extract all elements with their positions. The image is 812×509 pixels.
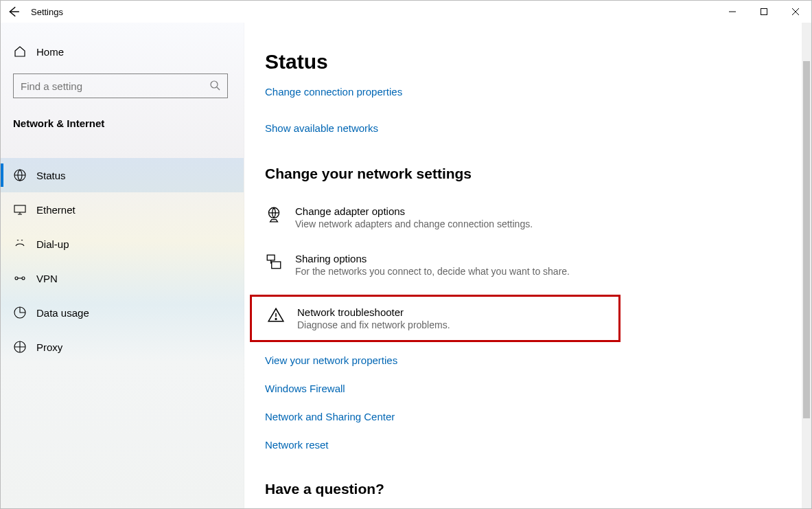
highlight-network-troubleshooter: Network troubleshooter Diagnose and fix … xyxy=(250,295,620,342)
svg-rect-14 xyxy=(272,262,281,269)
svg-rect-13 xyxy=(267,255,275,260)
close-button[interactable] xyxy=(780,1,811,23)
search-icon xyxy=(209,80,220,93)
page-title: Status xyxy=(265,50,791,73)
row-sub: Diagnose and fix network problems. xyxy=(297,319,450,330)
svg-point-16 xyxy=(275,319,277,320)
sharing-icon xyxy=(265,253,283,271)
monitor-icon xyxy=(13,203,27,216)
sidebar-item-proxy[interactable]: Proxy xyxy=(1,330,244,364)
titlebar: Settings xyxy=(1,1,811,23)
sidebar-item-ethernet[interactable]: Ethernet xyxy=(1,192,244,227)
setting-sharing-options[interactable]: Sharing options For the networks you con… xyxy=(265,250,791,280)
warning-icon xyxy=(267,306,285,324)
home-label: Home xyxy=(36,46,64,58)
vpn-icon xyxy=(13,271,27,285)
row-title: Change adapter options xyxy=(295,205,533,217)
back-arrow-icon[interactable] xyxy=(8,5,20,18)
main-content: Status Change connection properties Show… xyxy=(244,23,811,508)
svg-point-9 xyxy=(22,277,25,280)
globe-icon xyxy=(13,168,27,182)
link-windows-firewall[interactable]: Windows Firewall xyxy=(265,383,791,394)
sidebar-item-status[interactable]: Status xyxy=(1,158,244,192)
link-change-connection-properties[interactable]: Change connection properties xyxy=(265,86,791,98)
sidebar-item-label: VPN xyxy=(36,273,58,284)
datausage-icon xyxy=(13,306,27,319)
svg-line-5 xyxy=(217,87,220,90)
sidebar-item-label: Status xyxy=(36,170,66,181)
row-text: Sharing options For the networks you con… xyxy=(295,253,570,277)
sidebar-item-label: Data usage xyxy=(36,307,89,319)
row-title: Sharing options xyxy=(295,253,570,264)
scrollbar-thumb[interactable] xyxy=(803,61,810,418)
titlebar-title: Settings xyxy=(31,7,63,17)
adapter-icon xyxy=(265,205,283,223)
sidebar-item-label: Dial-up xyxy=(36,238,69,250)
row-title: Network troubleshooter xyxy=(297,306,450,318)
sidebar: Home Network & Internet xyxy=(1,23,244,508)
window-controls xyxy=(717,1,811,23)
svg-point-8 xyxy=(15,277,18,280)
body-split: Home Network & Internet xyxy=(1,23,811,508)
link-view-network-properties[interactable]: View your network properties xyxy=(265,354,791,366)
link-network-reset[interactable]: Network reset xyxy=(265,439,791,451)
link-network-sharing-center[interactable]: Network and Sharing Center xyxy=(265,411,791,422)
sidebar-nav: Status Ethernet xyxy=(1,158,244,364)
search-field[interactable] xyxy=(21,80,209,92)
home-button[interactable]: Home xyxy=(1,36,244,67)
sidebar-item-label: Proxy xyxy=(36,341,62,353)
titlebar-left: Settings xyxy=(8,5,63,18)
sidebar-item-label: Ethernet xyxy=(36,204,76,216)
svg-rect-7 xyxy=(14,205,25,212)
links-group: View your network properties Windows Fir… xyxy=(265,354,791,451)
proxy-icon xyxy=(13,340,27,354)
row-sub: View network adapters and change connect… xyxy=(295,218,533,229)
link-show-available-networks[interactable]: Show available networks xyxy=(265,122,791,134)
sidebar-item-dialup[interactable]: Dial-up xyxy=(1,227,244,261)
settings-window: Settings Home xyxy=(0,0,812,509)
setting-network-troubleshooter[interactable]: Network troubleshooter Diagnose and fix … xyxy=(253,304,612,333)
row-sub: For the networks you connect to, decide … xyxy=(295,266,570,277)
setting-change-adapter-options[interactable]: Change adapter options View network adap… xyxy=(265,203,791,232)
svg-point-4 xyxy=(211,81,218,88)
maximize-button[interactable] xyxy=(748,1,780,23)
sidebar-item-datausage[interactable]: Data usage xyxy=(1,295,244,330)
home-icon xyxy=(13,45,27,58)
scrollbar[interactable] xyxy=(802,23,811,508)
row-text: Network troubleshooter Diagnose and fix … xyxy=(297,306,450,330)
minimize-button[interactable] xyxy=(717,1,748,23)
dialup-icon xyxy=(13,237,27,251)
sidebar-subtitle: Network & Internet xyxy=(1,111,244,142)
section-heading: Change your network settings xyxy=(265,166,791,182)
row-text: Change adapter options View network adap… xyxy=(295,205,533,229)
question-heading: Have a question? xyxy=(265,481,791,497)
svg-rect-1 xyxy=(761,9,767,15)
sidebar-item-vpn[interactable]: VPN xyxy=(1,261,244,295)
search-input[interactable] xyxy=(13,73,228,98)
